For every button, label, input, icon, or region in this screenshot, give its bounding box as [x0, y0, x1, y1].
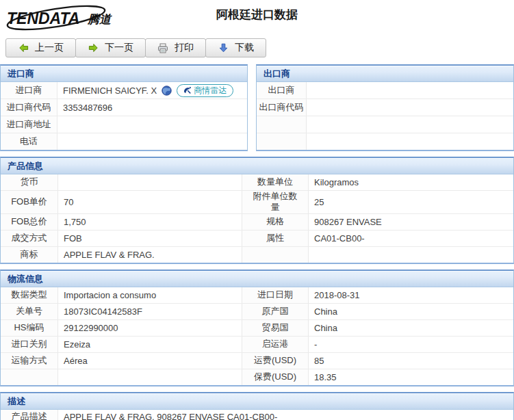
field-value — [57, 133, 247, 150]
field-label: 商标 — [1, 247, 58, 263]
field-label — [1, 369, 58, 385]
prev-page-button[interactable]: 上一页 — [5, 38, 76, 57]
satellite-dish-icon — [183, 86, 192, 94]
field-label: 产品描述 — [1, 410, 58, 420]
print-label: 打印 — [175, 42, 194, 54]
arrow-left-icon — [18, 42, 29, 53]
field-label: FOB总价 — [1, 214, 58, 230]
field-value: 908267 ENVASE — [309, 214, 513, 230]
table-row: 货币 数量单位 Kilogramos — [1, 174, 513, 191]
table-row: 保费(USD) 18.35 — [1, 369, 513, 385]
printer-icon — [157, 42, 168, 53]
field-label: 成交方式 — [1, 231, 58, 246]
field-value: 70 — [58, 191, 242, 213]
table-row: FOB单价 70 附件单位数量 25 — [1, 191, 513, 214]
field-label: 电话 — [1, 133, 57, 150]
field-label: 进口商代码 — [1, 99, 57, 116]
field-value — [58, 174, 242, 190]
field-value — [307, 82, 513, 99]
field-value: China — [309, 320, 513, 336]
arrow-right-icon — [88, 42, 99, 53]
field-value — [307, 116, 513, 133]
field-value: 1,750 — [58, 214, 242, 230]
exporter-panel: 出口商 出口商 出口商代码 — [256, 64, 514, 151]
field-value: China — [309, 304, 513, 319]
field-value: CA01-CB00- — [309, 231, 513, 246]
table-row: 进口商代码 3353487696 — [1, 99, 247, 116]
table-row: 进口关别 Ezeiza 启运港 - — [1, 337, 513, 353]
exporter-section-title: 出口商 — [257, 66, 513, 82]
download-label: 下载 — [235, 42, 254, 54]
field-value: 25 — [309, 191, 513, 213]
field-label: 附件单位数量 — [242, 191, 309, 213]
field-value — [307, 99, 513, 116]
field-value: Kilogramos — [309, 174, 513, 190]
field-label: 进口日期 — [242, 287, 309, 303]
field-value: 3353487696 — [57, 99, 247, 116]
page-title: 阿根廷进口数据 — [0, 7, 514, 23]
field-label — [257, 133, 307, 150]
description-panel: 描述 产品描述 APPLE FLAV & FRAG. 908267 ENVASE… — [0, 392, 514, 420]
table-row: 进口商地址 — [1, 116, 247, 133]
field-label: 数量单位 — [242, 174, 309, 190]
field-label: 出口商 — [257, 82, 307, 99]
field-value: FIRMENICH SAICYF. X 商情雷达 — [57, 82, 247, 99]
logistics-panel: 物流信息 数据类型 Importacion a consumo 进口日期 201… — [0, 270, 514, 386]
description-section-title: 描述 — [1, 393, 513, 410]
next-page-button[interactable]: 下一页 — [75, 38, 146, 57]
product-description-value: APPLE FLAV & FRAG. 908267 ENVASE CA01-CB… — [58, 410, 513, 420]
field-label: HS编码 — [1, 320, 58, 336]
field-label: 数据类型 — [1, 287, 58, 303]
table-row: 产品描述 APPLE FLAV & FRAG. 908267 ENVASE CA… — [1, 410, 513, 420]
field-value: 18073IC04142583F — [58, 304, 242, 319]
table-row — [257, 116, 513, 133]
field-label: 关单号 — [1, 304, 58, 319]
field-value: 85 — [309, 353, 513, 369]
table-row: 运输方式 Aérea 运费(USD) 85 — [1, 353, 513, 369]
next-page-label: 下一页 — [105, 42, 133, 54]
business-radar-badge[interactable]: 商情雷达 — [177, 84, 233, 97]
field-label: 属性 — [242, 231, 309, 246]
field-label: 运费(USD) — [242, 353, 309, 369]
download-button[interactable]: 下载 — [205, 38, 266, 57]
field-value: Aérea — [58, 353, 242, 369]
logistics-section-title: 物流信息 — [1, 271, 513, 287]
field-value: 29122990000 — [58, 320, 242, 336]
table-row: 电话 — [1, 133, 247, 150]
field-label: 运输方式 — [1, 353, 58, 369]
page-header: TENDATA 腾道 阿根廷进口数据 — [0, 0, 514, 37]
table-row: FOB总价 1,750 规格 908267 ENVASE — [1, 214, 513, 231]
toolbar: 上一页 下一页 打印 下载 — [5, 38, 514, 57]
field-label: 贸易国 — [242, 320, 309, 336]
field-value: Ezeiza — [58, 337, 242, 352]
importer-name: FIRMENICH SAICYF. X — [63, 86, 157, 96]
product-panel: 产品信息 货币 数量单位 Kilogramos FOB单价 70 附件单位数量 … — [0, 157, 514, 264]
field-label: 出口商代码 — [257, 99, 307, 116]
field-value: FOB — [58, 231, 242, 246]
field-value: 2018-08-31 — [309, 287, 513, 303]
importer-section-title: 进口商 — [1, 66, 247, 82]
field-label: 保费(USD) — [242, 369, 309, 385]
field-value — [307, 133, 513, 150]
field-label — [257, 116, 307, 133]
table-row: 关单号 18073IC04142583F 原产国 China — [1, 304, 513, 320]
table-row: 商标 APPLE FLAV & FRAG. — [1, 247, 513, 263]
trader-panels: 进口商 进口商 FIRMENICH SAICYF. X — [0, 64, 514, 151]
field-value: APPLE FLAV & FRAG. — [58, 247, 242, 263]
table-row: 成交方式 FOB 属性 CA01-CB00- — [1, 231, 513, 247]
field-label: FOB单价 — [1, 191, 58, 213]
importer-panel: 进口商 进口商 FIRMENICH SAICYF. X — [0, 64, 248, 151]
print-button[interactable]: 打印 — [145, 38, 206, 57]
field-value — [58, 369, 242, 385]
field-label: 货币 — [1, 174, 58, 190]
field-label: 进口商地址 — [1, 116, 57, 133]
field-label: 原产国 — [242, 304, 309, 319]
table-row: HS编码 29122990000 贸易国 China — [1, 320, 513, 337]
table-row: 进口商 FIRMENICH SAICYF. X 商情雷达 — [1, 82, 247, 99]
table-row: 出口商代码 — [257, 99, 513, 116]
globe-icon[interactable] — [162, 86, 172, 96]
field-label: 进口关别 — [1, 337, 58, 352]
field-label — [242, 247, 309, 263]
prev-page-label: 上一页 — [35, 42, 64, 54]
field-value: Importacion a consumo — [58, 287, 242, 303]
